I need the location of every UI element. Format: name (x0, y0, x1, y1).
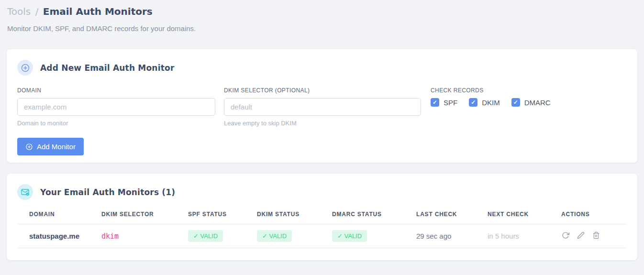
monitors-card: Your Email Auth Monitors (1) DOMAIN DKIM… (7, 174, 637, 260)
table-row: statuspage.me dkim ✓ VALID ✓ VALID ✓ VAL… (18, 224, 626, 248)
spf-checkbox[interactable] (431, 98, 439, 107)
add-monitor-card: Add New Email Auth Monitor DOMAIN Domain… (7, 49, 637, 163)
dmarc-checkbox[interactable] (511, 98, 520, 107)
dkim-checkbox-label: DKIM (482, 99, 500, 107)
column-header-next-check: NEXT CHECK (488, 211, 561, 224)
dkim-selector-hint: Leave empty to skip DKIM (224, 120, 421, 127)
column-header-dkim-selector: DKIM SELECTOR (101, 211, 188, 224)
refresh-icon[interactable] (561, 231, 569, 240)
monitor-dkim-selector: dkim (101, 224, 188, 248)
mail-check-icon (17, 184, 33, 200)
dkim-checkbox-item[interactable]: DKIM (469, 98, 500, 107)
breadcrumb-separator: / (34, 6, 40, 17)
page-title: Email Auth Monitors (43, 6, 153, 17)
domain-input[interactable] (17, 98, 215, 116)
add-monitor-form: DOMAIN Domain to monitor DKIM SELECTOR (… (17, 87, 627, 127)
domain-label: DOMAIN (17, 87, 215, 94)
dkim-checkbox[interactable] (469, 98, 477, 107)
monitors-title: Your Email Auth Monitors (1) (40, 187, 175, 197)
domain-hint: Domain to monitor (17, 120, 215, 127)
add-monitor-title: Add New Email Auth Monitor (40, 63, 175, 73)
monitor-domain: statuspage.me (18, 224, 101, 248)
add-monitor-card-header: Add New Email Auth Monitor (17, 60, 627, 76)
check-records-group: CHECK RECORDS SPF DKIM DMARC (431, 87, 551, 127)
dkim-selector-label: DKIM SELECTOR (OPTIONAL) (224, 87, 421, 94)
monitors-card-header: Your Email Auth Monitors (1) (17, 184, 627, 200)
add-monitor-button-label: Add Monitor (37, 143, 76, 151)
trash-icon[interactable] (592, 231, 600, 240)
add-monitor-button[interactable]: Add Monitor (17, 138, 84, 155)
column-header-last-check: LAST CHECK (416, 211, 488, 224)
page-subtitle: Monitor DKIM, SPF, and DMARC records for… (7, 24, 637, 33)
page-header: Tools / Email Auth Monitors Monitor DKIM… (7, 5, 637, 33)
breadcrumb: Tools / Email Auth Monitors (7, 5, 637, 18)
table-header-row: DOMAIN DKIM SELECTOR SPF STATUS DKIM STA… (18, 211, 626, 224)
monitor-last-check: 29 sec ago (416, 224, 488, 248)
dkim-selector-input[interactable] (224, 98, 421, 116)
dmarc-checkbox-label: DMARC (524, 99, 551, 107)
edit-pencil-icon[interactable] (577, 231, 585, 240)
page: Tools / Email Auth Monitors Monitor DKIM… (0, 0, 644, 260)
monitors-table: DOMAIN DKIM SELECTOR SPF STATUS DKIM STA… (18, 211, 626, 248)
plus-circle-icon (17, 60, 33, 76)
column-header-actions: ACTIONS (561, 211, 626, 224)
dkim-status-badge: ✓ VALID (257, 230, 292, 242)
spf-checkbox-item[interactable]: SPF (431, 98, 457, 107)
dmarc-status-badge: ✓ VALID (332, 230, 367, 242)
column-header-dkim-status: DKIM STATUS (257, 211, 332, 224)
domain-field-group: DOMAIN Domain to monitor (17, 87, 215, 127)
plus-circle-icon (25, 143, 33, 151)
spf-status-badge: ✓ VALID (188, 230, 223, 242)
dmarc-checkbox-item[interactable]: DMARC (511, 98, 551, 107)
column-header-dmarc-status: DMARC STATUS (332, 211, 416, 224)
column-header-spf-status: SPF STATUS (188, 211, 257, 224)
check-records-label: CHECK RECORDS (431, 87, 551, 94)
check-records-options: SPF DKIM DMARC (431, 98, 551, 107)
dkim-selector-field-group: DKIM SELECTOR (OPTIONAL) Leave empty to … (224, 87, 421, 127)
monitor-actions (561, 224, 626, 248)
breadcrumb-tools-link[interactable]: Tools (7, 6, 31, 17)
column-header-domain: DOMAIN (18, 211, 101, 224)
spf-checkbox-label: SPF (444, 99, 457, 107)
monitor-next-check: in 5 hours (488, 224, 561, 248)
